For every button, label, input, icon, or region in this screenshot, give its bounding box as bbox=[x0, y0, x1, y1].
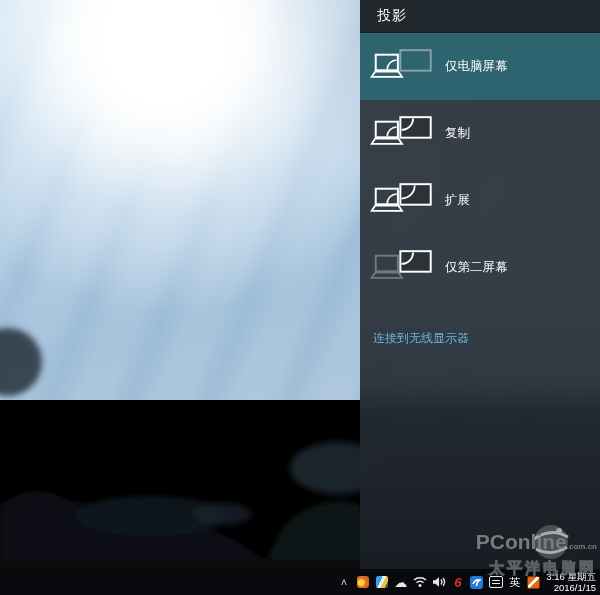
panel-header: 投影 bbox=[360, 0, 600, 33]
network-icon[interactable] bbox=[412, 575, 427, 590]
project-flyout-panel: 投影 仅电脑屏幕 复制 扩展 bbox=[360, 0, 600, 569]
option-label: 仅第二屏幕 bbox=[445, 259, 508, 276]
chevron-up-icon[interactable]: ˄ bbox=[336, 575, 351, 590]
ime-panel-icon[interactable] bbox=[488, 575, 503, 590]
second-screen-only-icon bbox=[370, 249, 434, 287]
blue-app-icon[interactable] bbox=[469, 575, 484, 590]
option-label: 仅电脑屏幕 bbox=[445, 58, 508, 75]
photos-app-icon[interactable] bbox=[374, 575, 389, 590]
duplicate-icon bbox=[370, 115, 434, 153]
option-extend[interactable]: 扩展 bbox=[360, 167, 600, 234]
option-duplicate[interactable]: 复制 bbox=[360, 100, 600, 167]
clock-date-line: 2016/1/15 bbox=[546, 582, 596, 593]
orange-tool-icon[interactable] bbox=[526, 575, 541, 590]
panel-title: 投影 bbox=[377, 7, 407, 25]
pc-screen-only-icon bbox=[370, 48, 434, 86]
option-label: 复制 bbox=[445, 125, 470, 142]
system-tray: ˄ ☁ 6 英 bbox=[336, 575, 541, 590]
taskbar: ˄ ☁ 6 英 3:16 星期五 20 bbox=[0, 569, 600, 595]
orange-app-icon[interactable] bbox=[355, 575, 370, 590]
extend-icon bbox=[370, 182, 434, 220]
connect-wireless-display-link[interactable]: 连接到无线显示器 bbox=[360, 330, 600, 347]
ime-language-indicator[interactable]: 英 bbox=[507, 575, 522, 590]
option-second-screen-only[interactable]: 仅第二屏幕 bbox=[360, 234, 600, 301]
volume-icon[interactable] bbox=[431, 575, 446, 590]
option-pc-screen-only[interactable]: 仅电脑屏幕 bbox=[360, 33, 600, 100]
taskbar-clock[interactable]: 3:16 星期五 2016/1/15 bbox=[546, 571, 596, 593]
red-app-icon[interactable]: 6 bbox=[450, 575, 465, 590]
option-label: 扩展 bbox=[445, 192, 470, 209]
clock-time-line: 3:16 星期五 bbox=[546, 571, 596, 582]
cloud-icon[interactable]: ☁ bbox=[393, 575, 408, 590]
